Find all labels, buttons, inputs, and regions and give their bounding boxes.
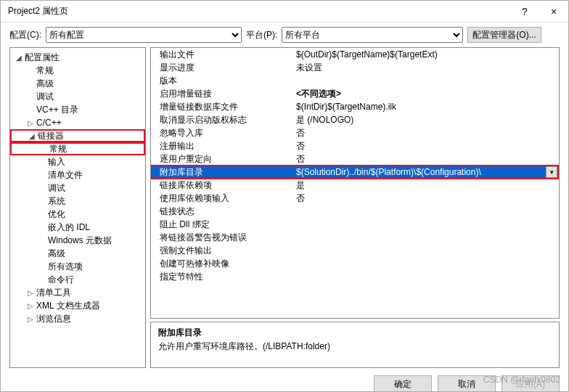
tree-item-17[interactable]: 命令行 bbox=[10, 273, 145, 286]
grid-key: 忽略导入库 bbox=[151, 127, 296, 139]
help-button[interactable]: ? bbox=[510, 1, 539, 23]
grid-key: 阻止 Dll 绑定 bbox=[151, 219, 296, 231]
grid-row[interactable]: 将链接器警告视为错误 bbox=[151, 231, 559, 244]
grid-key: 链接库依赖项 bbox=[151, 179, 296, 192]
grid-row[interactable]: 忽略导入库否 bbox=[151, 126, 559, 139]
tree-item-label: 常规 bbox=[35, 65, 54, 77]
tree-item-label: C/C++ bbox=[35, 118, 62, 128]
grid-row[interactable]: 增量链接数据库文件$(IntDir)$(TargetName).ilk bbox=[151, 100, 559, 113]
tree-item-16[interactable]: 所有选项 bbox=[10, 260, 145, 273]
grid-row[interactable]: 附加库目录$(SolutionDir)../bin/$(Platform)\$(… bbox=[151, 166, 559, 179]
tree-item-label: 清单文件 bbox=[46, 169, 83, 181]
grid-row[interactable]: 使用库依赖项输入否 bbox=[151, 192, 559, 205]
config-label: 配置(C): bbox=[9, 29, 41, 41]
grid-row[interactable]: 强制文件输出 bbox=[151, 244, 559, 257]
window-title: Project2 属性页 bbox=[1, 5, 510, 17]
description-panel: 附加库目录 允许用户重写环境库路径。(/LIBPATH:folder) bbox=[150, 322, 560, 368]
grid-value[interactable]: 是 bbox=[296, 179, 559, 192]
grid-row[interactable]: 逐用户重定向否 bbox=[151, 152, 559, 166]
expand-icon[interactable]: ◢ bbox=[28, 132, 36, 140]
grid-row[interactable]: 创建可热修补映像 bbox=[151, 257, 559, 270]
grid-value[interactable]: 是 (/NOLOGO) bbox=[296, 114, 559, 126]
footer: 确定 取消 应用(A) bbox=[1, 372, 568, 392]
tree-item-label: XML 文档生成器 bbox=[35, 300, 100, 312]
grid-key: 使用库依赖项输入 bbox=[151, 192, 296, 205]
tree-item-13[interactable]: 嵌入的 IDL bbox=[10, 221, 145, 234]
description-text: 允许用户重写环境库路径。(/LIBPATH:folder) bbox=[158, 340, 552, 353]
tree-item-label: 高级 bbox=[46, 248, 65, 260]
grid-value[interactable]: $(IntDir)$(TargetName).ilk bbox=[296, 102, 559, 112]
tree-item-label: 高级 bbox=[35, 78, 54, 90]
tree-item-label: 链接器 bbox=[36, 130, 64, 142]
tree-item-label: 优化 bbox=[46, 208, 65, 221]
grid-key: 输出文件 bbox=[151, 49, 296, 61]
tree-item-12[interactable]: 优化 bbox=[10, 208, 145, 221]
grid-key: 取消显示启动版权标志 bbox=[151, 114, 296, 126]
tree-item-15[interactable]: 高级 bbox=[10, 247, 145, 260]
tree-item-11[interactable]: 系统 bbox=[10, 195, 145, 208]
config-select[interactable]: 所有配置 bbox=[46, 27, 242, 43]
apply-button[interactable]: 应用(A) bbox=[502, 375, 560, 392]
tree-item-3[interactable]: 调试 bbox=[10, 90, 145, 103]
tree-item-label: 系统 bbox=[46, 195, 65, 208]
tree-item-1[interactable]: 常规 bbox=[10, 64, 145, 77]
tree-item-label: 常规 bbox=[48, 143, 67, 155]
cancel-button[interactable]: 取消 bbox=[438, 375, 496, 392]
tree-item-5[interactable]: ▷C/C++ bbox=[10, 116, 145, 129]
grid-row[interactable]: 指定节特性 bbox=[151, 270, 559, 283]
grid-value[interactable]: $(OutDir)$(TargetName)$(TargetExt) bbox=[296, 49, 559, 60]
expand-icon[interactable]: ▷ bbox=[26, 315, 35, 323]
grid-row[interactable]: 取消显示启动版权标志是 (/NOLOGO) bbox=[151, 113, 559, 126]
expand-icon[interactable]: ▷ bbox=[26, 302, 35, 310]
grid-row[interactable]: 注册输出否 bbox=[151, 139, 559, 152]
chevron-down-icon[interactable]: ▾ bbox=[546, 166, 557, 178]
platform-select[interactable]: 所有平台 bbox=[282, 27, 463, 43]
grid-key: 将链接器警告视为错误 bbox=[151, 232, 296, 244]
tree-item-label: 调试 bbox=[35, 91, 54, 103]
grid-value[interactable]: 未设置 bbox=[296, 62, 559, 74]
grid-value[interactable]: <不同选项> bbox=[296, 88, 559, 100]
close-button[interactable]: × bbox=[539, 1, 568, 23]
grid-row[interactable]: 输出文件$(OutDir)$(TargetName)$(TargetExt) bbox=[151, 48, 559, 61]
tree-item-14[interactable]: Windows 元数据 bbox=[10, 234, 145, 247]
tree-item-4[interactable]: VC++ 目录 bbox=[10, 103, 145, 116]
tree-item-label: 所有选项 bbox=[46, 261, 83, 273]
grid-row[interactable]: 链接状态 bbox=[151, 205, 559, 218]
tree-item-0[interactable]: ◢配置属性 bbox=[10, 51, 145, 64]
tree-item-8[interactable]: 输入 bbox=[10, 155, 145, 168]
property-grid: 输出文件$(OutDir)$(TargetName)$(TargetExt)显示… bbox=[150, 47, 560, 319]
tree-item-label: 浏览信息 bbox=[35, 313, 71, 325]
grid-value[interactable]: 否 bbox=[296, 153, 559, 166]
grid-value[interactable]: 否 bbox=[296, 192, 559, 205]
tree-item-20[interactable]: ▷浏览信息 bbox=[10, 312, 145, 325]
config-manager-button[interactable]: 配置管理器(O)... bbox=[467, 27, 541, 43]
grid-row[interactable]: 显示进度未设置 bbox=[151, 61, 559, 74]
tree-item-label: Windows 元数据 bbox=[46, 234, 112, 247]
tree-item-label: 嵌入的 IDL bbox=[46, 221, 90, 234]
ok-button[interactable]: 确定 bbox=[374, 375, 432, 392]
tree-item-label: 配置属性 bbox=[23, 52, 60, 64]
tree-item-6[interactable]: ◢链接器 bbox=[10, 129, 145, 142]
grid-key: 注册输出 bbox=[151, 140, 296, 152]
tree-item-label: 调试 bbox=[46, 182, 65, 195]
expand-icon[interactable]: ◢ bbox=[15, 54, 23, 62]
tree-item-7[interactable]: 常规 bbox=[10, 142, 145, 155]
expand-icon[interactable]: ▷ bbox=[26, 119, 35, 127]
tree-item-18[interactable]: ▷清单工具 bbox=[10, 286, 145, 299]
grid-row[interactable]: 版本 bbox=[151, 74, 559, 87]
tree-item-2[interactable]: 高级 bbox=[10, 77, 145, 90]
grid-row[interactable]: 链接库依赖项是 bbox=[151, 179, 559, 192]
grid-row[interactable]: 阻止 Dll 绑定 bbox=[151, 218, 559, 231]
tree-item-19[interactable]: ▷XML 文档生成器 bbox=[10, 299, 145, 312]
tree-item-label: VC++ 目录 bbox=[35, 104, 78, 116]
expand-icon[interactable]: ▷ bbox=[26, 289, 35, 297]
grid-key: 增量链接数据库文件 bbox=[151, 101, 296, 113]
grid-value[interactable]: $(SolutionDir)../bin/$(Platform)\$(Confi… bbox=[296, 167, 546, 177]
grid-row[interactable]: 启用增量链接<不同选项> bbox=[151, 87, 559, 100]
grid-key: 显示进度 bbox=[151, 62, 296, 74]
tree-item-9[interactable]: 清单文件 bbox=[10, 168, 145, 181]
grid-value[interactable]: 否 bbox=[296, 127, 559, 139]
grid-key: 版本 bbox=[151, 75, 296, 87]
grid-value[interactable]: 否 bbox=[296, 140, 559, 152]
tree-item-10[interactable]: 调试 bbox=[10, 181, 145, 195]
